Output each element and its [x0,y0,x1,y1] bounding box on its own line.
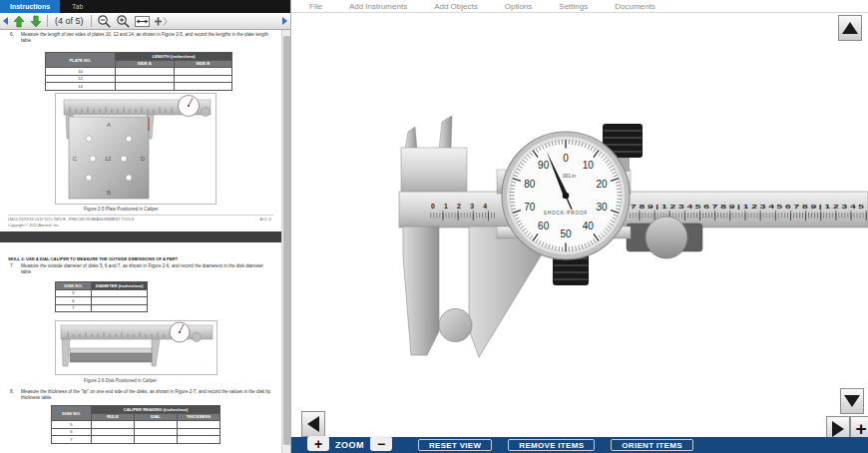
svg-text:50: 50 [560,228,572,239]
document-viewer[interactable]: 6. Measure the length of two sides of pl… [0,30,290,453]
col-header-length: LENGTH (inches/mm) [116,53,232,61]
col-header-rule: RULE [92,413,135,421]
remove-items-button[interactable]: REMOVE ITEMS [508,439,595,451]
zoom-out-button[interactable]: − [370,436,392,451]
document-tab-bar: Instructions Tab [0,0,290,13]
document-scrollbar[interactable] [281,30,290,453]
figure-plate-in-caliper: A C 12 D B [55,93,217,205]
step-number: 8. [10,389,17,401]
svg-text:30: 30 [597,202,609,213]
step-text: Measure the thickness of the "lip" on on… [21,389,275,401]
pan-down-button[interactable] [840,388,864,414]
step-text: Measure the length of two sides of plate… [21,32,275,44]
plate-label-top: A [107,122,111,128]
col-header-plate-no: PLATE NO. [46,53,116,68]
disk-lip-thickness-table: DISK NO. CALIPER READING (inches/mm) RUL… [51,405,220,444]
table-row: 14 [46,83,232,91]
measured-disk[interactable] [439,309,472,342]
footer-rule [8,215,273,216]
pan-up-button[interactable] [838,15,862,41]
instruction-step-6: 6. Measure the length of two sides of pl… [10,32,275,44]
table-row: 7 [56,304,148,312]
menu-bar: File Add Instruments Add Objects Options… [291,0,868,13]
fit-width-icon[interactable] [135,16,150,27]
zoom-label: ZOOM [335,440,364,450]
zoom-out-icon[interactable] [97,14,111,28]
fixed-jaw [403,226,439,355]
menu-file[interactable]: File [309,2,322,11]
footer-copyright: Copyright © 2022 Amatrol, Inc. [8,224,60,227]
col-header-side-a: SIDE A [116,60,175,68]
simulator-panel: File Add Instruments Add Objects Options… [291,0,868,453]
col-header-side-b: SIDE B [174,60,232,68]
plate-label-left: C [73,156,78,162]
table-row: 6 [56,297,148,305]
col-header-thickness: THICKNESS [178,413,220,421]
dial-caliper-3d-model[interactable]: 0 1 2 3 4 7 8 9 | 1 2 3 4 5 6 7 8 9 | 1 … [291,13,868,437]
footer-document-id: LM01-XXXXXX-0147 DOC REV B - PRECISION M… [8,218,134,222]
plate-length-table: PLATE NO. LENGTH (inches/mm) SIDE A SIDE… [45,52,232,91]
3d-viewport[interactable]: 0 1 2 3 4 7 8 9 | 1 2 3 4 5 6 7 8 9 | 1 … [291,13,868,437]
menu-settings[interactable]: Settings [559,2,588,11]
menu-add-objects[interactable]: Add Objects [434,2,478,11]
plus-icon: + [855,419,866,438]
page-down-icon[interactable] [30,15,42,28]
pan-left-button[interactable] [301,411,325,437]
left-arrow-icon [307,416,319,432]
orient-items-button[interactable]: ORIENT ITEMS [611,439,693,451]
tab-instructions[interactable]: Instructions [0,0,60,13]
table-row: 5 [52,421,220,429]
pan-right-button[interactable] [826,416,850,437]
menu-options[interactable]: Options [505,2,533,11]
zoom-plus-button[interactable]: + [850,416,868,437]
plate-label-bottom: B [107,190,111,196]
plate-caliper-drawing: A C 12 D B [56,94,216,204]
step-number: 6. [10,32,17,44]
table-row: 12 [46,75,232,83]
col-header-disk-no: DISK NO. [56,282,92,290]
down-arrow-icon [844,395,860,407]
beam-scale-right: 7 8 9 | 1 2 3 4 5 6 7 8 9 | 1 2 3 4 5 6 … [631,203,865,210]
page-up-icon[interactable] [13,15,25,28]
app-window: Instructions Tab (4 of 5) [0,0,868,453]
up-arrow-icon [842,22,858,34]
section-header: SKILL 2: USE A DIAL CALIPER TO MEASURE T… [8,256,275,261]
svg-text:10: 10 [583,160,595,171]
scroll-right-icon[interactable] [282,17,287,25]
scrollbar-thumb[interactable] [283,36,290,445]
upper-sliding-jaw [439,116,452,150]
scroll-left-icon[interactable] [3,17,8,25]
instruction-step-8: 8. Measure the thickness of the "lip" on… [10,389,275,401]
plate-label-right: D [141,156,146,162]
menu-add-instruments[interactable]: Add Instruments [349,2,407,11]
svg-text:90: 90 [538,160,550,171]
reset-view-button[interactable]: RESET VIEW [418,439,492,451]
footer-page-number: ACC-4 [260,218,271,222]
plate-label-center: 12 [105,156,112,162]
svg-text:0: 0 [563,153,569,164]
table-row: 10 [46,68,232,76]
caliper-head [401,148,467,194]
tab-secondary[interactable]: Tab [60,0,95,13]
zoom-in-button[interactable]: + [307,436,329,451]
figure2-caption: Figure 2-6 Disk Positioned in Caliper [84,378,157,383]
caliper-beam [399,192,868,227]
document-panel: Instructions Tab (4 of 5) [0,0,291,453]
col-header-diameter: DIAMETER (inches/mm) [92,282,148,290]
dial-indicator[interactable]: 0102030405060708090 ↔ .001 in SHOCK-PROO… [502,132,630,259]
beam-scale-left: 0 1 2 3 4 [431,203,487,210]
right-arrow-icon [832,421,844,437]
thumb-roller[interactable] [646,217,687,258]
svg-text:40: 40 [583,221,595,231]
table-row: 7 [52,436,220,444]
menu-documents[interactable]: Documents [615,2,654,11]
view-toolbar: + ZOOM − RESET VIEW REMOVE ITEMS ORIENT … [291,437,868,453]
zoom-in-icon[interactable] [116,14,130,28]
document-page-content: 6. Measure the length of two sides of pl… [0,30,281,453]
figure1-caption: Figure 2-5 Plate Positioned in Caliper [84,207,159,212]
col-header-dial: DIAL [135,413,178,421]
expand-view-icon[interactable] [155,16,168,27]
dial-face-text: SHOCK-PROOF [544,211,589,216]
svg-text:20: 20 [597,179,609,190]
disk-caliper-drawing [56,321,217,374]
